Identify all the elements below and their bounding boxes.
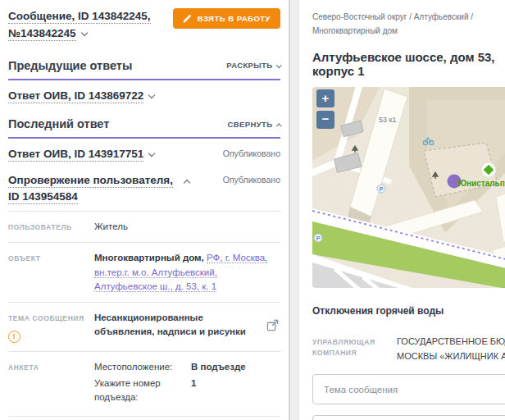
map-parking-icon: P	[314, 234, 322, 242]
message-detail-panel: Сообщение, ID 143842245, №143842245 ВЗЯТ…	[0, 0, 289, 420]
rebuttal-label-line1[interactable]: Опровержение пользователя,	[8, 174, 173, 188]
message-header: Сообщение, ID 143842245, №143842245 ВЗЯТ…	[8, 8, 280, 43]
message-title[interactable]: Сообщение, ID 143842245, №143842245	[8, 8, 151, 43]
field-object: ОБЪЕКТ Многоквартирный дом, РФ, г. Москв…	[8, 242, 280, 302]
field-user-label: ПОЛЬЗОВАТЕЛЬ	[8, 220, 94, 234]
object-title: Алтуфьевское шоссе, дом 53, корпус 1	[312, 50, 505, 78]
pencil-icon	[183, 14, 192, 23]
expand-toggle[interactable]: РАСКРЫТЬ	[226, 61, 280, 70]
field-anketa-label: АНКЕТА	[8, 360, 94, 408]
rebuttal-link[interactable]: Опровержение пользователя, ID 143954584	[8, 172, 189, 204]
breadcrumb-line1[interactable]: Северо-Восточный округ / Алтуфьевский /	[312, 10, 505, 24]
status-published: Опубликовано	[223, 172, 280, 185]
answer-oiv-label[interactable]: Ответ ОИВ, ID 143869722	[8, 89, 143, 103]
anketa-question: Укажите номер подъезда:	[94, 377, 191, 405]
answer-row-oiv-143917751: Ответ ОИВ, ID 143917751 Опубликовано	[8, 139, 280, 169]
author-input[interactable]	[312, 415, 505, 420]
map-building-label: 53 к1	[379, 116, 396, 124]
chevron-down-icon	[80, 30, 87, 36]
object-type: Многоквартирный дом,	[94, 253, 204, 262]
field-anketa-value: Местоположение: В подъезде Укажите номер…	[94, 360, 280, 408]
answer-oiv2-link[interactable]: Ответ ОИВ, ID 143917751	[8, 146, 154, 162]
map[interactable]: 53 к1 P P	[312, 87, 505, 288]
external-link-icon	[266, 319, 279, 331]
status-published: Опубликовано	[223, 146, 280, 158]
management-company-value: ГОСУДАРСТВЕННОЕ БЮДЖЕТНОЕ УЧ МОСКВЫ «ЖИЛ…	[397, 335, 505, 363]
hot-water-section-title: Отключения горячей воды	[312, 305, 505, 317]
anketa-row: Местоположение: В подъезде	[94, 360, 280, 374]
map-canvas[interactable]: 53 к1 P P	[312, 87, 505, 288]
field-user-value: Житель	[94, 220, 280, 234]
anketa-answer: 1	[191, 377, 196, 405]
app-window: Сообщение, ID 143842245, №143842245 ВЗЯТ…	[0, 0, 505, 420]
map-poi-label: Юнистальпром	[458, 179, 505, 188]
svg-text:P: P	[316, 235, 321, 241]
answer-row-rebuttal: Опровержение пользователя, ID 143954584 …	[8, 169, 280, 211]
object-info-panel: Северо-Восточный округ / Алтуфьевский / …	[299, 0, 505, 420]
breadcrumb[interactable]: Северо-Восточный округ / Алтуфьевский / …	[312, 10, 505, 38]
warning-icon: !	[8, 331, 20, 343]
field-topic-label: ТЕМА СООБЩЕНИЯ !	[8, 311, 94, 343]
field-topic-value: Несанкционированные объявления, надписи …	[94, 311, 280, 343]
management-company-value-line2: МОСКВЫ «ЖИЛИЩНИК АЛТУФЬЕВСК	[397, 349, 505, 364]
topic-text: Несанкционированные объявления, надписи …	[94, 311, 258, 343]
last-answer-header: Последний ответ СВЕРНУТЬ	[8, 112, 280, 139]
topic-input[interactable]	[312, 374, 505, 404]
field-message: СООБЩЕНИЕ 15.10.2025 09:08 Исцарапали вс…	[8, 416, 280, 420]
management-company-label: УПРАВЛЯЮЩАЯ КОМПАНИЯ	[312, 335, 397, 363]
previous-answers-header: Предыдущие ответы РАСКРЫТЬ	[8, 53, 280, 80]
take-to-work-button[interactable]: ВЗЯТЬ В РАБОТУ	[173, 8, 280, 29]
breadcrumb-line2[interactable]: Многоквартирный дом	[312, 24, 505, 38]
panel-divider[interactable]	[289, 0, 299, 420]
field-object-label: ОБЪЕКТ	[8, 251, 94, 294]
chevron-down-icon	[276, 62, 281, 67]
rebuttal-label-line2[interactable]: ID 143954584	[8, 190, 78, 204]
answer-row-oiv-143869722: Ответ ОИВ, ID 143869722	[8, 80, 280, 111]
chevron-up-icon	[184, 180, 190, 186]
field-anketa: АНКЕТА Местоположение: В подъезде Укажит…	[8, 351, 280, 416]
answer-oiv-link[interactable]: Ответ ОИВ, ID 143869722	[8, 88, 154, 104]
svg-text:+: +	[322, 91, 330, 105]
message-title-line2[interactable]: №143842245	[8, 27, 76, 41]
management-company-value-line1: ГОСУДАРСТВЕННОЕ БЮДЖЕТНОЕ УЧ	[397, 335, 505, 349]
chevron-up-icon	[276, 124, 281, 129]
field-user: ПОЛЬЗОВАТЕЛЬ Житель	[8, 211, 280, 242]
svg-text:−: −	[322, 112, 330, 126]
open-topic-button[interactable]	[265, 317, 280, 336]
map-zoom-in-button[interactable]: +	[316, 89, 334, 107]
last-answer-title: Последний ответ	[8, 117, 109, 130]
previous-answers-title: Предыдущие ответы	[8, 59, 132, 72]
anketa-question: Местоположение:	[94, 360, 191, 374]
svg-text:P: P	[380, 186, 384, 192]
map-parking-icon: P	[377, 185, 385, 193]
anketa-row: Укажите номер подъезда: 1	[94, 377, 280, 405]
collapse-toggle-label: СВЕРНУТЬ	[228, 120, 273, 129]
map-poi-marker[interactable]	[481, 162, 496, 177]
management-company: УПРАВЛЯЮЩАЯ КОМПАНИЯ ГОСУДАРСТВЕННОЕ БЮД…	[312, 335, 505, 363]
collapse-toggle[interactable]: СВЕРНУТЬ	[228, 120, 281, 129]
chevron-down-icon	[148, 150, 155, 157]
message-title-line1[interactable]: Сообщение, ID 143842245,	[8, 10, 151, 24]
take-to-work-label: ВЗЯТЬ В РАБОТУ	[198, 14, 271, 23]
anketa-answer: В подъезде	[191, 360, 246, 374]
field-object-value: Многоквартирный дом, РФ, г. Москва, вн.т…	[94, 251, 280, 294]
expand-toggle-label: РАСКРЫТЬ	[226, 61, 272, 70]
answer-oiv2-label[interactable]: Ответ ОИВ, ID 143917751	[8, 148, 143, 162]
field-topic: ТЕМА СООБЩЕНИЯ ! Несанкционированные объ…	[8, 302, 280, 351]
field-topic-label-text: ТЕМА СООБЩЕНИЯ	[8, 313, 94, 324]
chevron-down-icon	[148, 92, 155, 98]
map-zoom-out-button[interactable]: −	[316, 111, 334, 129]
